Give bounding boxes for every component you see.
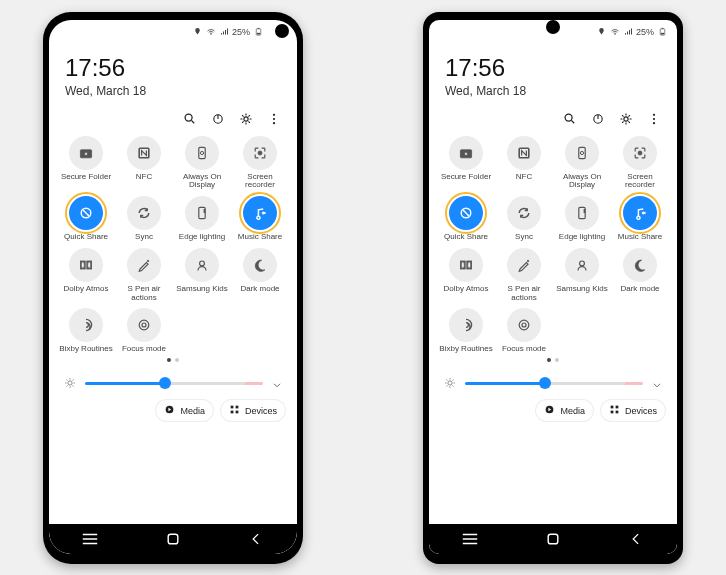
- nav-back-button[interactable]: [236, 524, 276, 554]
- camera-punch-icon: [275, 24, 289, 38]
- tile-aod-button[interactable]: [185, 136, 219, 170]
- settings-gear-icon[interactable]: [239, 112, 253, 126]
- brightness-slider[interactable]: [85, 382, 263, 385]
- tile-screen-recorder-button[interactable]: [623, 136, 657, 170]
- tile-sync-button[interactable]: [507, 196, 541, 230]
- tile-dolby-label[interactable]: Dolby Atmos: [64, 285, 109, 294]
- tile-sync-button[interactable]: [127, 196, 161, 230]
- tile-nfc-label[interactable]: NFC: [516, 173, 532, 182]
- tile-spen-button[interactable]: [127, 248, 161, 282]
- more-icon[interactable]: [267, 112, 281, 126]
- tile-dolby-label[interactable]: Dolby Atmos: [444, 285, 489, 294]
- tile-focus-button[interactable]: [127, 308, 161, 342]
- tile-kids-label[interactable]: Samsung Kids: [556, 285, 608, 294]
- brightness-thumb[interactable]: [539, 377, 551, 389]
- nav-bar: [49, 524, 297, 554]
- tile-quick-share-label[interactable]: Quick Share: [64, 233, 108, 242]
- tile-edge-lighting-label[interactable]: Edge lighting: [559, 233, 605, 242]
- tile-edge-lighting-button[interactable]: [185, 196, 219, 230]
- brightness-thumb[interactable]: [159, 377, 171, 389]
- svg-rect-39: [168, 534, 178, 544]
- tile-sync-label[interactable]: Sync: [135, 233, 153, 242]
- tile-secure-folder-label[interactable]: Secure Folder: [441, 173, 491, 182]
- chevron-down-icon[interactable]: [651, 377, 663, 389]
- page-dot-icon: [175, 358, 179, 362]
- tile-secure-folder: Secure Folder: [57, 136, 115, 191]
- grid-icon: [609, 404, 620, 417]
- search-icon[interactable]: [183, 112, 197, 126]
- tile-spen-label[interactable]: S Pen air actions: [117, 285, 171, 303]
- tile-music-share-button[interactable]: [623, 196, 657, 230]
- search-icon[interactable]: [563, 112, 577, 126]
- tile-music-share-button[interactable]: [243, 196, 277, 230]
- tile-bixby-button[interactable]: [449, 308, 483, 342]
- tile-music-share-label[interactable]: Music Share: [618, 233, 662, 242]
- nav-home-button[interactable]: [533, 524, 573, 554]
- tile-focus-label[interactable]: Focus mode: [122, 345, 166, 354]
- tile-screen-recorder-label[interactable]: Screen recorder: [613, 173, 667, 191]
- tile-kids-button[interactable]: [565, 248, 599, 282]
- signal-icon: [219, 27, 229, 37]
- datetime-block[interactable]: 17:56 Wed, March 18: [429, 40, 677, 104]
- nav-recents-button[interactable]: [450, 524, 490, 554]
- tile-kids-button[interactable]: [185, 248, 219, 282]
- screen: 25% 17:56 Wed, March 18 Secure Folder NF…: [429, 20, 677, 554]
- tile-quick-share: Quick Share: [437, 196, 495, 242]
- tile-spen-button[interactable]: [507, 248, 541, 282]
- tile-focus-button[interactable]: [507, 308, 541, 342]
- tile-music-share-label[interactable]: Music Share: [238, 233, 282, 242]
- tile-screen-recorder-label[interactable]: Screen recorder: [233, 173, 287, 191]
- tile-aod-button[interactable]: [565, 136, 599, 170]
- signal-icon: [623, 27, 633, 37]
- tile-dark-label[interactable]: Dark mode: [620, 285, 659, 294]
- tile-aod-label[interactable]: Always On Display: [175, 173, 229, 191]
- tile-secure-folder-button[interactable]: [449, 136, 483, 170]
- tile-quick-share-button[interactable]: [449, 196, 483, 230]
- power-icon[interactable]: [591, 112, 605, 126]
- tile-dark: Dark mode: [231, 248, 289, 303]
- tile-quick-share: Quick Share: [57, 196, 115, 242]
- tile-dolby-button[interactable]: [69, 248, 103, 282]
- tile-quick-share-label[interactable]: Quick Share: [444, 233, 488, 242]
- tile-sync: Sync: [115, 196, 173, 242]
- nav-recents-button[interactable]: [70, 524, 110, 554]
- tile-dark-button[interactable]: [243, 248, 277, 282]
- settings-gear-icon[interactable]: [619, 112, 633, 126]
- devices-chip[interactable]: Devices: [221, 400, 285, 421]
- devices-chip[interactable]: Devices: [601, 400, 665, 421]
- nav-back-button[interactable]: [616, 524, 656, 554]
- tile-dolby-button[interactable]: [449, 248, 483, 282]
- media-chip[interactable]: Media: [536, 400, 593, 421]
- tile-spen-label[interactable]: S Pen air actions: [497, 285, 551, 303]
- more-icon[interactable]: [647, 112, 661, 126]
- brightness-row: [429, 366, 677, 394]
- tile-aod-label[interactable]: Always On Display: [555, 173, 609, 191]
- tile-dark-label[interactable]: Dark mode: [240, 285, 279, 294]
- tile-bixby-label[interactable]: Bixby Routines: [439, 345, 492, 354]
- play-icon: [164, 404, 175, 417]
- tile-edge-lighting-button[interactable]: [565, 196, 599, 230]
- nav-home-button[interactable]: [153, 524, 193, 554]
- tile-bixby-label[interactable]: Bixby Routines: [59, 345, 112, 354]
- tile-kids-label[interactable]: Samsung Kids: [176, 285, 228, 294]
- tile-bixby-button[interactable]: [69, 308, 103, 342]
- tile-sync-label[interactable]: Sync: [515, 233, 533, 242]
- tile-dark-button[interactable]: [623, 248, 657, 282]
- tile-nfc-label[interactable]: NFC: [136, 173, 152, 182]
- datetime-block[interactable]: 17:56 Wed, March 18: [49, 40, 297, 104]
- power-icon[interactable]: [211, 112, 225, 126]
- tile-secure-folder-label[interactable]: Secure Folder: [61, 173, 111, 182]
- tile-focus: Focus mode: [115, 308, 173, 354]
- tile-edge-lighting-label[interactable]: Edge lighting: [179, 233, 225, 242]
- tile-screen-recorder-button[interactable]: [243, 136, 277, 170]
- tile-nfc-button[interactable]: [507, 136, 541, 170]
- clock-time: 17:56: [445, 54, 661, 82]
- tile-focus-label[interactable]: Focus mode: [502, 345, 546, 354]
- tile-secure-folder-button[interactable]: [69, 136, 103, 170]
- media-chip[interactable]: Media: [156, 400, 213, 421]
- tile-quick-share-button[interactable]: [69, 196, 103, 230]
- chevron-down-icon[interactable]: [271, 377, 283, 389]
- tile-nfc-button[interactable]: [127, 136, 161, 170]
- tile-screen-recorder: Screen recorder: [231, 136, 289, 191]
- brightness-slider[interactable]: [465, 382, 643, 385]
